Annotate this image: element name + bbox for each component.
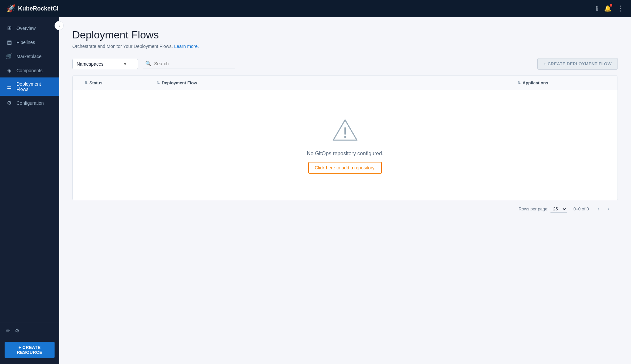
sidebar-item-label: Marketplace <box>16 54 41 59</box>
subtitle-text: Orchestrate and Monitor Your Deployment … <box>72 44 173 49</box>
create-flow-label: + CREATE DEPLOYMENT FLOW <box>544 61 612 66</box>
sidebar-item-overview[interactable]: ⊞ Overview <box>0 21 59 35</box>
create-resource-label: + CREATE RESOURCE <box>9 345 50 355</box>
create-resource-button[interactable]: + CREATE RESOURCE <box>5 342 55 358</box>
col-flow-label: Deployment Flow <box>162 80 197 85</box>
sidebar-item-label: Pipelines <box>16 40 35 45</box>
overview-icon: ⊞ <box>6 25 12 31</box>
warning-icon <box>332 117 358 143</box>
sidebar-item-marketplace[interactable]: 🛒 Marketplace <box>0 49 59 63</box>
info-icon[interactable]: ℹ <box>596 5 598 12</box>
table-header: ⇅ Status ⇅ Deployment Flow ⇅ Application… <box>73 76 618 90</box>
sidebar-item-deployment-flows[interactable]: ☰ Deployment Flows <box>0 77 59 96</box>
components-icon: ◈ <box>6 67 12 74</box>
learn-more-link[interactable]: Learn more. <box>174 44 199 49</box>
col-status-label: Status <box>89 80 103 85</box>
top-nav-actions: ℹ 🔔 ⋮ <box>596 4 624 13</box>
settings-icon[interactable]: ⚙ <box>15 328 19 334</box>
pagination-prev-button[interactable]: ‹ <box>596 205 601 213</box>
col-status[interactable]: ⇅ Status <box>79 76 152 90</box>
marketplace-icon: 🛒 <box>6 53 12 59</box>
sidebar-item-components[interactable]: ◈ Components <box>0 63 59 77</box>
sidebar-item-pipelines[interactable]: ▤ Pipelines <box>0 35 59 49</box>
sidebar-bottom: ✏ ⚙ <box>0 323 59 338</box>
col-apps-label: Applications <box>523 80 548 85</box>
pagination-range: 0–0 of 0 <box>573 206 589 211</box>
sort-icon-flow: ⇅ <box>157 81 160 85</box>
namespace-dropdown[interactable]: Namespaces ▼ <box>72 59 138 69</box>
rows-per-page-label: Rows per page: <box>519 206 549 211</box>
sort-icon-apps: ⇅ <box>518 81 521 85</box>
namespace-label: Namespaces <box>77 61 104 67</box>
configuration-icon: ⚙ <box>6 100 12 106</box>
svg-point-1 <box>344 136 346 138</box>
add-repo-label: Click here to add a repository. <box>315 165 376 170</box>
app-logo: 🚀 KubeRocketCI <box>7 4 58 13</box>
more-menu-icon[interactable]: ⋮ <box>617 4 624 13</box>
app-name: KubeRocketCI <box>18 5 58 12</box>
deployment-flows-table: ⇅ Status ⇅ Deployment Flow ⇅ Application… <box>72 75 618 200</box>
sidebar-item-configuration[interactable]: ⚙ Configuration <box>0 96 59 110</box>
sidebar-item-label: Components <box>16 68 42 73</box>
sort-icon-status: ⇅ <box>84 81 87 85</box>
top-nav: 🚀 KubeRocketCI ℹ 🔔 ⋮ <box>0 0 631 17</box>
pagination-bar: Rows per page: 25 50 100 0–0 of 0 ‹ › <box>72 200 618 218</box>
pipelines-icon: ▤ <box>6 39 12 45</box>
col-applications[interactable]: ⇅ Applications <box>512 76 611 90</box>
search-icon: 🔍 <box>145 61 152 67</box>
sidebar-item-label: Configuration <box>16 100 44 106</box>
sidebar-item-label: Deployment Flows <box>16 81 53 92</box>
main-content: Deployment Flows Orchestrate and Monitor… <box>59 17 631 364</box>
rows-per-page: Rows per page: 25 50 100 <box>519 205 567 213</box>
sidebar-collapse-button[interactable]: ‹ <box>55 21 64 30</box>
notification-icon[interactable]: 🔔 <box>604 5 611 12</box>
next-icon: › <box>607 205 609 212</box>
empty-state: No GitOps repository configured. Click h… <box>73 90 618 200</box>
edit-icon[interactable]: ✏ <box>6 328 10 334</box>
prev-icon: ‹ <box>597 205 599 212</box>
col-deployment-flow[interactable]: ⇅ Deployment Flow <box>152 76 512 90</box>
pagination-next-button[interactable]: › <box>605 205 611 213</box>
search-input[interactable] <box>154 61 220 66</box>
logo-icon: 🚀 <box>7 4 15 13</box>
main-layout: ‹ ⊞ Overview ▤ Pipelines 🛒 Marketplace ◈… <box>0 17 631 364</box>
create-deployment-flow-button[interactable]: + CREATE DEPLOYMENT FLOW <box>537 58 618 70</box>
namespace-dropdown-arrow: ▼ <box>123 62 127 66</box>
page-title: Deployment Flows <box>72 29 618 41</box>
empty-state-message: No GitOps repository configured. <box>307 151 384 157</box>
toolbar: Namespaces ▼ 🔍 + CREATE DEPLOYMENT FLOW <box>72 58 618 70</box>
sidebar: ‹ ⊞ Overview ▤ Pipelines 🛒 Marketplace ◈… <box>0 17 59 364</box>
deployment-flows-icon: ☰ <box>6 84 12 90</box>
notification-badge <box>610 4 612 7</box>
sidebar-nav: ⊞ Overview ▤ Pipelines 🛒 Marketplace ◈ C… <box>0 17 59 323</box>
add-repository-button[interactable]: Click here to add a repository. <box>308 162 382 174</box>
search-box: 🔍 <box>143 59 235 69</box>
rows-per-page-select[interactable]: 25 50 100 <box>550 205 567 213</box>
sidebar-item-label: Overview <box>16 26 35 31</box>
page-subtitle: Orchestrate and Monitor Your Deployment … <box>72 44 618 49</box>
